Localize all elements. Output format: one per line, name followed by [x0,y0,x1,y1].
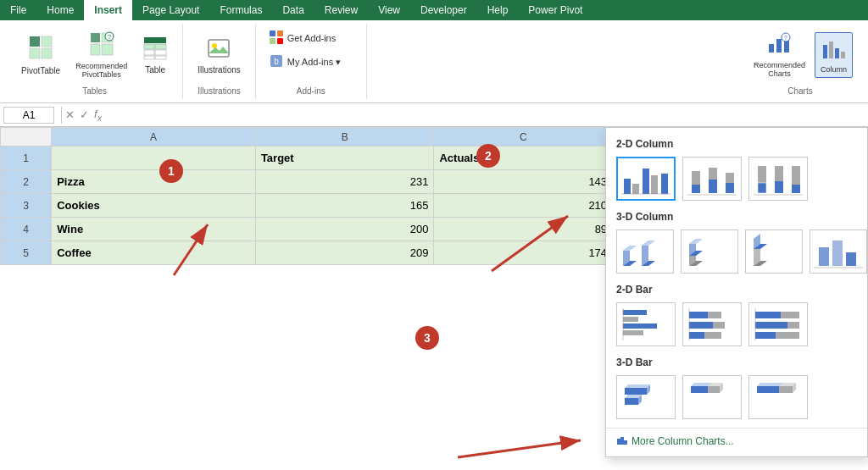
column-chart-label: Column [821,65,847,74]
chart-2d-100pct-stacked-column[interactable] [748,157,808,201]
chart-2d-stacked-bar[interactable] [682,302,742,346]
svg-rect-19 [270,30,275,36]
cell-reference-box[interactable] [3,107,54,124]
cell-b2[interactable]: 231 [255,170,434,194]
pivottable-button[interactable]: PivotTable [15,30,66,80]
cell-c3[interactable]: 210 [434,194,613,218]
svg-rect-10 [144,37,166,43]
row-num-1: 1 [1,147,52,170]
svg-rect-21 [270,38,275,44]
ribbon-tabs: File Home Insert Page Layout Formulas Da… [0,0,868,20]
tab-view[interactable]: View [368,0,410,20]
chart-2d-clustered-column[interactable] [616,157,676,201]
svg-rect-34 [624,179,631,194]
chart-2d-100pct-bar[interactable] [748,302,808,346]
corner-cell [1,128,52,147]
svg-rect-76 [623,330,643,335]
svg-rect-73 [623,310,647,315]
svg-rect-14 [155,50,166,55]
more-charts-icon [616,434,628,448]
pivottable-label: PivotTable [21,66,60,75]
chart-3d-stacked-bar[interactable] [682,375,742,419]
chart-3d-clustered-column[interactable] [616,229,674,274]
illustrations-button[interactable]: Illustrations [192,32,247,79]
chart-2d-stacked-column[interactable] [682,157,742,201]
cell-a1[interactable] [52,147,256,170]
row-num-2: 2 [1,170,52,194]
recommended-charts-button[interactable]: ? Recommended Charts [748,28,811,82]
chart-3d-100pct-column[interactable] [745,229,803,274]
section-3d-bar-row [606,372,867,426]
annotation-badge-3: 3 [415,326,439,350]
tab-power-pivot[interactable]: Power Pivot [518,0,593,20]
tab-developer[interactable]: Developer [410,0,477,20]
chart-3d-stacked-column[interactable] [681,229,738,274]
get-addins-label: Get Add-ins [287,33,336,43]
my-addins-button[interactable]: b My Add-ins ▾ [264,51,358,73]
svg-rect-22 [277,38,283,44]
cell-c4[interactable]: 89 [434,218,613,241]
tab-formulas[interactable]: Formulas [209,0,272,20]
recommended-pivottables-label: Recommended PivotTables [75,62,127,79]
cell-c5[interactable]: 174 [434,241,613,265]
svg-rect-40 [692,171,700,185]
svg-rect-74 [623,317,638,322]
tab-insert[interactable]: Insert [84,0,132,20]
insert-function-icon[interactable]: fx [94,108,102,123]
get-addins-icon [269,30,284,47]
get-addins-button[interactable]: Get Add-ins [264,27,358,49]
recommended-pivottables-button[interactable]: ? Recommended PivotTables [70,27,133,83]
svg-rect-25 [769,44,774,53]
svg-text:?: ? [108,34,111,40]
section-3d-bar-label: 3-D Bar [606,353,867,372]
section-2d-column-label: 2-D Column [606,135,867,153]
svg-rect-82 [689,332,704,339]
chart-3d-100pct-bar[interactable] [748,375,808,419]
svg-rect-3 [42,48,52,58]
svg-rect-17 [209,40,229,57]
svg-rect-26 [776,39,782,53]
svg-marker-96 [625,398,638,405]
tab-home[interactable]: Home [36,0,84,20]
svg-rect-32 [835,48,839,58]
col-header-b[interactable]: B [255,128,434,147]
ribbon-group-addins: Get Add-ins b My Add-ins ▾ Add-ins [256,24,367,99]
tab-data[interactable]: Data [272,0,314,20]
svg-marker-59 [642,241,655,246]
cell-a5[interactable]: Coffee [52,241,256,265]
svg-marker-56 [623,246,637,251]
cell-a3[interactable]: Cookies [52,194,256,218]
cancel-icon[interactable]: ✕ [65,108,75,121]
cell-b3[interactable]: 165 [255,194,434,218]
tab-page-layout[interactable]: Page Layout [132,0,209,20]
chart-3d-column[interactable] [810,229,867,274]
ribbon-group-charts: ? Recommended Charts [739,24,861,99]
tab-review[interactable]: Review [314,0,368,20]
tab-help[interactable]: Help [477,0,519,20]
svg-rect-49 [775,166,783,181]
cell-b4[interactable]: 200 [255,218,434,241]
table-button[interactable]: Table [136,32,174,79]
cell-c1[interactable]: Actuals [434,147,613,170]
svg-rect-70 [832,241,843,266]
cell-c2[interactable]: 143 [434,170,613,194]
cell-b5[interactable]: 209 [255,241,434,265]
col-header-c[interactable]: C [434,128,613,147]
cell-a4[interactable]: Wine [52,218,256,241]
formula-input[interactable] [105,109,865,121]
chart-3d-clustered-bar[interactable] [616,375,676,419]
confirm-icon[interactable]: ✓ [80,108,89,121]
chart-2d-clustered-bar[interactable] [616,302,676,346]
col-header-a[interactable]: A [52,128,256,147]
svg-rect-86 [781,312,799,318]
cell-b1[interactable]: Target [255,147,434,170]
svg-rect-90 [776,332,799,339]
column-chart-button[interactable]: Column [815,32,853,78]
svg-rect-30 [823,45,827,58]
svg-rect-20 [277,30,283,36]
more-charts-link[interactable]: More Column Charts... [606,428,867,453]
tab-file[interactable]: File [0,0,36,20]
svg-rect-51 [792,166,800,185]
svg-rect-31 [829,41,833,58]
cell-a2[interactable]: Pizza [52,170,256,194]
